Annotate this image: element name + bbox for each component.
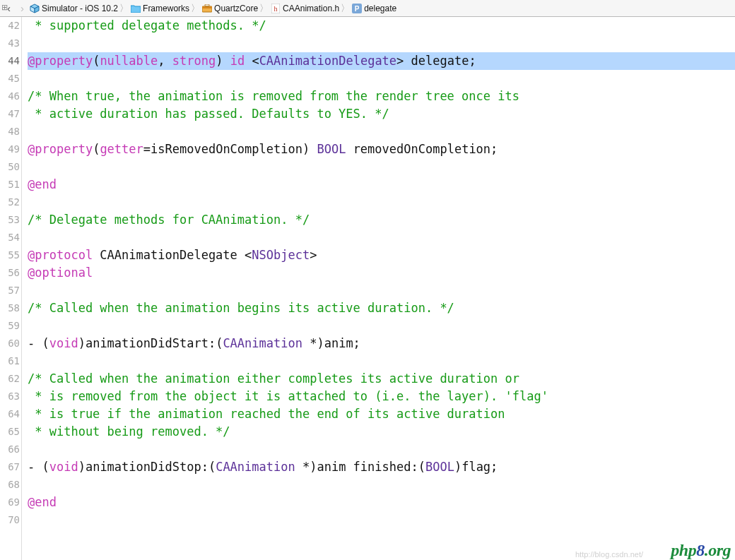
line-number[interactable]: 55 — [0, 246, 20, 264]
code-line[interactable]: @optional — [28, 264, 735, 282]
line-number[interactable]: 49 — [0, 141, 20, 158]
code-line[interactable]: @property(getter=isRemovedOnCompletion) … — [28, 141, 735, 158]
line-number[interactable]: 43 — [0, 35, 20, 52]
code-line[interactable]: * supported delegate methods. */ — [28, 17, 735, 35]
code-line[interactable]: @end — [28, 494, 735, 511]
code-line[interactable]: - (void)animationDidStop:(CAAnimation *)… — [28, 458, 735, 476]
line-number[interactable]: 58 — [0, 299, 20, 317]
line-number[interactable]: 46 — [0, 88, 20, 105]
token-plain: )flag; — [454, 460, 498, 474]
toolbox-icon — [202, 4, 212, 13]
crumb-simulator[interactable]: Simulator - iOS 10.2 — [30, 4, 118, 13]
crumb-caanimation-h[interactable]: h CAAnimation.h — [271, 4, 339, 13]
code-line[interactable] — [28, 123, 735, 141]
token-keyword: id — [230, 54, 245, 68]
code-line[interactable] — [28, 282, 735, 299]
token-type: CAAnimation — [216, 460, 295, 474]
token-type: NSObject — [252, 248, 310, 262]
token-keyword: strong — [172, 54, 216, 68]
svg-text:P: P — [355, 5, 360, 13]
line-number[interactable]: 48 — [0, 123, 20, 141]
comment-text: * supported delegate methods. */ — [28, 18, 266, 32]
token-plain: ( — [93, 142, 100, 156]
nav-forward-button[interactable]: › — [16, 2, 28, 14]
code-line[interactable]: - (void)animationDidStart:(CAAnimation *… — [28, 335, 735, 352]
line-number[interactable]: 53 — [0, 211, 20, 229]
token-keyword: getter — [100, 142, 143, 156]
crumb-label: QuartzCore — [214, 4, 258, 13]
line-number[interactable]: 60 — [0, 335, 20, 352]
line-number[interactable]: 47 — [0, 105, 20, 123]
line-number[interactable]: 51 — [0, 176, 20, 193]
code-line[interactable] — [28, 158, 735, 176]
line-number[interactable]: 69 — [0, 494, 20, 511]
line-number[interactable]: 67 — [0, 458, 20, 476]
code-line[interactable] — [28, 317, 735, 335]
token-plain: , — [158, 54, 172, 68]
code-line[interactable]: /* Called when the animation begins its … — [28, 299, 735, 317]
line-number[interactable]: 62 — [0, 370, 20, 388]
token-keyword: @property — [28, 54, 93, 68]
code-line[interactable]: * is true if the animation reached the e… — [28, 405, 735, 423]
code-line[interactable]: @end — [28, 176, 735, 193]
line-number[interactable]: 57 — [0, 282, 20, 299]
file-h-icon: h — [271, 4, 281, 13]
code-line[interactable]: * is removed from the object it is attac… — [28, 388, 735, 405]
crumb-frameworks[interactable]: Frameworks — [131, 4, 189, 13]
code-line[interactable]: @protocol CAAnimationDelegate <NSObject> — [28, 246, 735, 264]
token-keyword: nullable — [100, 54, 158, 68]
token-plain: removedOnCompletion; — [346, 142, 498, 156]
line-number[interactable]: 63 — [0, 388, 20, 405]
code-line[interactable]: /* Called when the animation either comp… — [28, 370, 735, 388]
code-line[interactable]: /* Delegate methods for CAAnimation. */ — [28, 211, 735, 229]
line-number[interactable]: 50 — [0, 158, 20, 176]
related-items-icon[interactable]: ⊞ — [0, 0, 8, 14]
code-line[interactable]: @property(nullable, strong) id <CAAnimat… — [28, 52, 735, 70]
token-type: BOOL — [317, 142, 346, 156]
token-plain: )animationDidStart:( — [78, 336, 223, 350]
line-number[interactable]: 44 — [0, 52, 20, 70]
code-line[interactable] — [28, 229, 735, 246]
chevron-right-icon: 〉 — [259, 2, 269, 15]
line-number[interactable]: 59 — [0, 317, 20, 335]
code-line[interactable] — [28, 70, 735, 88]
token-type: BOOL — [425, 460, 454, 474]
crumb-quartzcore[interactable]: QuartzCore — [202, 4, 258, 13]
chevron-right-icon: 〉 — [341, 2, 350, 15]
code-line[interactable]: * active duration has passed. Defaults t… — [28, 105, 735, 123]
code-line[interactable] — [28, 511, 735, 529]
line-number[interactable]: 65 — [0, 423, 20, 441]
code-editor[interactable]: 4243444546474849505152535455565758596061… — [0, 17, 735, 560]
token-plain: )animationDidStop:( — [78, 460, 216, 474]
token-keyword: void — [49, 336, 78, 350]
line-number[interactable]: 52 — [0, 193, 20, 211]
token-plain: < — [245, 54, 259, 68]
line-number[interactable]: 42 — [0, 17, 20, 35]
comment-text: /* When true, the animation is removed f… — [28, 89, 519, 103]
comment-text: * active duration has passed. Defaults t… — [28, 107, 389, 121]
line-number[interactable]: 45 — [0, 70, 20, 88]
code-line[interactable]: * without being removed. */ — [28, 423, 735, 441]
token-plain: - ( — [28, 460, 49, 474]
code-line[interactable] — [28, 35, 735, 52]
line-number[interactable]: 64 — [0, 405, 20, 423]
crumb-delegate[interactable]: P delegate — [352, 4, 396, 13]
code-line[interactable] — [28, 193, 735, 211]
code-line[interactable] — [28, 352, 735, 370]
code-line[interactable]: /* When true, the animation is removed f… — [28, 88, 735, 105]
line-number[interactable]: 56 — [0, 264, 20, 282]
token-plain: CAAnimationDelegate < — [93, 248, 252, 262]
code-line[interactable] — [28, 441, 735, 458]
watermark-logo: php8.org — [671, 541, 731, 560]
token-plain: - ( — [28, 336, 49, 350]
code-area[interactable]: * supported delegate methods. */ @proper… — [22, 17, 735, 560]
line-number-gutter[interactable]: 4243444546474849505152535455565758596061… — [0, 17, 22, 560]
jump-bar[interactable]: ⊞ ‹ › Simulator - iOS 10.2 〉 Frameworks … — [0, 0, 735, 17]
code-line[interactable] — [28, 476, 735, 494]
line-number[interactable]: 68 — [0, 476, 20, 494]
line-number[interactable]: 66 — [0, 441, 20, 458]
box-icon — [30, 4, 40, 13]
line-number[interactable]: 61 — [0, 352, 20, 370]
line-number[interactable]: 70 — [0, 511, 20, 529]
line-number[interactable]: 54 — [0, 229, 20, 246]
